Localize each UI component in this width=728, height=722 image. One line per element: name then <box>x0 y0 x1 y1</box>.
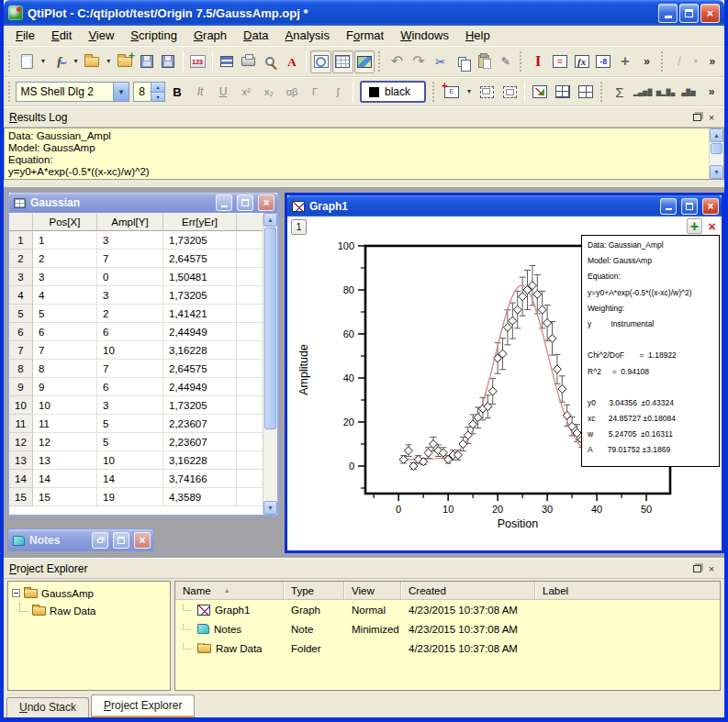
font-family-select[interactable]: MS Shell Dlg 2 ▾ <box>16 82 129 102</box>
toolbar-handle[interactable] <box>661 51 666 72</box>
table-cell[interactable]: 3,16228 <box>163 451 237 470</box>
import-ascii-button[interactable]: 123 <box>187 50 208 73</box>
row-header[interactable]: 3 <box>9 268 33 286</box>
row-header[interactable]: 10 <box>9 396 33 415</box>
menu-graph[interactable]: Graph <box>185 26 235 45</box>
graph-canvas[interactable]: 01020304050020406080100PositionAmplitude… <box>287 217 722 550</box>
table-cell[interactable]: 5 <box>97 415 163 433</box>
superscript-button[interactable]: x² <box>235 81 257 103</box>
layer-1-button[interactable]: 1 <box>291 219 307 235</box>
close-panel-button[interactable]: × <box>704 561 719 575</box>
table-cell[interactable]: 6 <box>97 378 163 396</box>
gaussian-table-window[interactable]: Gaussian × Pos[X] Ampl[Y] Err[yEr] 1131,… <box>7 193 279 517</box>
tree-node-gaussamp[interactable]: GaussAmp <box>8 584 170 602</box>
notes-maximize-button[interactable] <box>113 532 129 549</box>
draw-line-button[interactable]: / <box>669 50 690 73</box>
table-cell[interactable]: 2,44949 <box>163 378 237 396</box>
table-cell[interactable]: 1,73205 <box>163 231 237 250</box>
table-cell[interactable]: 10 <box>97 341 163 360</box>
graph-title-bar[interactable]: Graph1 × <box>287 195 722 217</box>
scroll-down-icon[interactable]: ▼ <box>710 165 723 179</box>
row-header[interactable]: 15 <box>9 488 33 506</box>
table-cell[interactable]: 2,64575 <box>163 360 237 378</box>
table-cell[interactable]: 7 <box>97 360 163 378</box>
column-header-label[interactable]: Label <box>535 582 720 599</box>
new-dropdown[interactable]: ▾ <box>38 50 48 73</box>
underline-button[interactable]: U <box>212 81 234 103</box>
remove-layer-icon[interactable]: × <box>704 218 720 234</box>
table-cell[interactable]: 15 <box>33 488 97 506</box>
italic-button[interactable]: It <box>189 81 211 103</box>
close-button[interactable]: × <box>700 4 720 23</box>
row-header[interactable]: 5 <box>9 305 33 323</box>
fit-wizard-button[interactable]: fx <box>571 50 592 73</box>
results-log-header[interactable]: Results Log × <box>4 106 724 128</box>
toolbar-handle[interactable] <box>520 51 524 72</box>
table-cell[interactable]: 6 <box>97 323 163 341</box>
append-project-button[interactable] <box>115 50 136 73</box>
table-cell[interactable]: 9 <box>33 378 97 396</box>
project-explorer-header[interactable]: Project Explorer × <box>4 558 724 579</box>
float-panel-button[interactable] <box>689 561 704 575</box>
column-header-posx[interactable]: Pos[X] <box>33 213 97 231</box>
scroll-thumb[interactable] <box>711 143 722 154</box>
sum-of-columns-button[interactable]: Σ <box>609 81 631 103</box>
table-cell[interactable]: 13 <box>33 451 97 470</box>
gaussian-scrollbar[interactable]: ▲ ▼ <box>263 213 277 515</box>
cut-button[interactable]: ✂ <box>430 50 451 73</box>
table-cell[interactable]: 2 <box>97 305 163 323</box>
gaussian-close-button[interactable]: × <box>258 194 274 211</box>
menu-help[interactable]: Help <box>457 26 498 45</box>
plot-toolbar-overflow[interactable]: » <box>636 50 657 73</box>
duplicate-window-button[interactable] <box>217 50 238 73</box>
column-header-created[interactable]: Created <box>401 582 535 599</box>
row-header[interactable]: 12 <box>9 433 33 451</box>
column-header-type[interactable]: Type <box>284 582 344 599</box>
line-toolbar-overflow[interactable]: » <box>701 50 722 73</box>
column-header-view[interactable]: View <box>344 582 401 599</box>
spinner-up-icon[interactable]: ▴ <box>151 83 164 92</box>
tab-undo-stack[interactable]: Undo Stack <box>6 697 89 718</box>
table-toolbar-overflow[interactable]: » <box>700 81 722 103</box>
gaussian-maximize-button[interactable] <box>237 194 253 211</box>
scroll-up-icon[interactable]: ▲ <box>710 128 723 142</box>
row-header[interactable]: 2 <box>9 250 33 268</box>
tile-windows-button[interactable] <box>552 81 574 103</box>
results-log-panel[interactable]: Data: Gaussian_AmplModel: GaussAmpEquati… <box>4 128 724 180</box>
minimize-button[interactable] <box>658 4 678 23</box>
title-bar[interactable]: QtiPlot - C:/qtiplot/test/Origin 7.5/Gau… <box>4 0 724 26</box>
scroll-down-icon[interactable]: ▼ <box>263 501 277 515</box>
table-cell[interactable]: 1,73205 <box>163 286 237 305</box>
notes-close-button[interactable]: × <box>134 532 151 549</box>
results-log-toggle[interactable] <box>332 50 353 73</box>
close-panel-button[interactable]: × <box>704 110 719 124</box>
project-explorer-toggle[interactable] <box>310 50 331 73</box>
paste-button[interactable] <box>474 50 495 73</box>
row-statistics-button[interactable]: ▆▂█▄ <box>655 81 677 103</box>
menu-file[interactable]: File <box>7 26 43 45</box>
gaussian-title-bar[interactable]: Gaussian × <box>9 193 277 213</box>
copy-button[interactable] <box>452 50 473 73</box>
table-cell[interactable]: 2,44949 <box>163 323 237 341</box>
table-cell[interactable]: 1,73205 <box>163 396 237 415</box>
graph-minimize-button[interactable] <box>660 198 677 215</box>
table-cell[interactable]: 8 <box>33 360 97 378</box>
scripting-console-toggle[interactable] <box>354 50 375 73</box>
row-header[interactable]: 4 <box>9 286 33 305</box>
integral-button[interactable]: ∫ <box>327 81 349 103</box>
table-cell[interactable]: 7 <box>33 341 97 360</box>
layer-dropdown[interactable]: ▾ <box>464 81 475 103</box>
menu-scripting[interactable]: Scripting <box>122 26 185 45</box>
row-header[interactable]: 9 <box>9 378 33 396</box>
subscript-button[interactable]: x₂ <box>258 81 280 103</box>
scroll-up-icon[interactable]: ▲ <box>263 213 277 227</box>
row-header[interactable]: 14 <box>9 470 33 488</box>
add-axes-button[interactable]: + <box>615 50 636 73</box>
text-color-button[interactable]: black <box>360 81 426 103</box>
combo-dropdown-icon[interactable]: ▾ <box>113 83 129 101</box>
bold-button[interactable]: B <box>166 81 188 103</box>
open-project-button[interactable] <box>82 50 103 73</box>
cascade-windows-button[interactable] <box>575 81 597 103</box>
column-statistics-button[interactable]: ▂▄▆█ <box>632 81 654 103</box>
tile-plot-windows-button[interactable] <box>529 81 551 103</box>
